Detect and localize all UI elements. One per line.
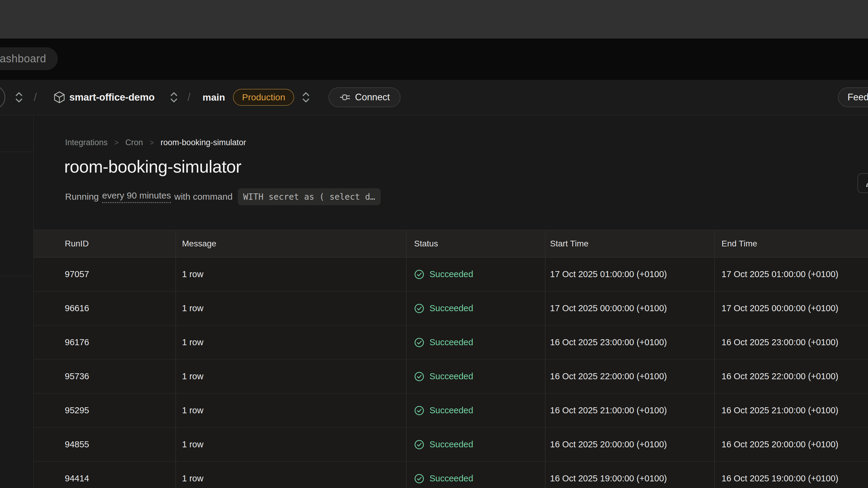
check-circle-icon [414, 474, 424, 484]
chevron-updown-icon[interactable] [169, 91, 179, 104]
avatar[interactable] [0, 85, 5, 109]
cell-message: 1 row [176, 360, 406, 393]
cell-message: 1 row [176, 462, 406, 488]
cell-message: 1 row [176, 258, 406, 291]
check-circle-icon [414, 269, 424, 280]
cell-message: 1 row [176, 292, 406, 325]
path-separator: / [34, 91, 37, 104]
table-row[interactable]: 96616 1 row Succeeded 17 Oct 2025 00:00:… [34, 292, 868, 326]
workspace-selector[interactable]: smart-office-demo [69, 92, 155, 103]
cell-end-time: 16 Oct 2025 19:00:00 (+0100) [714, 462, 868, 488]
cell-run-id: 96176 [34, 326, 176, 359]
cell-end-time: 17 Oct 2025 01:00:00 (+0100) [714, 258, 868, 291]
cell-start-time: 16 Oct 2025 22:00:00 (+0100) [545, 360, 714, 393]
cell-start-time: 16 Oct 2025 23:00:00 (+0100) [545, 326, 714, 359]
table-row[interactable]: 95736 1 row Succeeded 16 Oct 2025 22:00:… [34, 360, 868, 394]
cell-message: 1 row [176, 428, 406, 461]
cell-status: Succeeded [406, 462, 545, 488]
cell-status: Succeeded [406, 326, 545, 359]
column-header-message: Message [176, 230, 406, 257]
status-badge: Succeeded [430, 303, 473, 313]
breadcrumb: Integrations > Cron > room-booking-simul… [65, 138, 246, 147]
left-sidebar [0, 116, 34, 488]
cell-end-time: 16 Oct 2025 23:00:00 (+0100) [714, 326, 868, 359]
cell-end-time: 16 Oct 2025 21:00:00 (+0100) [714, 394, 868, 427]
page-title: room-booking-simulator [64, 157, 241, 176]
check-circle-icon [414, 303, 424, 314]
cell-run-id: 96616 [34, 292, 176, 325]
breadcrumb-separator: > [150, 138, 154, 147]
cell-message: 1 row [176, 394, 406, 427]
table-row[interactable]: 94414 1 row Succeeded 16 Oct 2025 19:00:… [34, 462, 868, 488]
chevron-updown-icon[interactable] [301, 91, 311, 104]
cell-end-time: 17 Oct 2025 00:00:00 (+0100) [714, 292, 868, 325]
check-circle-icon [414, 337, 424, 348]
cell-status: Succeeded [406, 258, 545, 291]
connect-label: Connect [355, 92, 390, 103]
cell-end-time: 16 Oct 2025 20:00:00 (+0100) [714, 428, 868, 461]
cube-icon [53, 90, 66, 104]
command-snippet-chip[interactable]: WITH secret as ( select d… [238, 188, 381, 205]
status-badge: Succeeded [430, 371, 473, 381]
table-header-row: RunID Message Status Start Time End Time [34, 230, 868, 258]
window-titlebar [0, 0, 868, 38]
subtitle-prefix: Running [65, 192, 99, 202]
cell-start-time: 17 Oct 2025 00:00:00 (+0100) [545, 292, 714, 325]
environment-badge[interactable]: Production [233, 89, 294, 106]
cell-status: Succeeded [406, 394, 545, 427]
table-row[interactable]: 94855 1 row Succeeded 16 Oct 2025 20:00:… [34, 428, 868, 462]
browser-tab-dashboard[interactable]: dashboard [0, 47, 58, 70]
column-header-status: Status [406, 230, 545, 257]
cell-start-time: 16 Oct 2025 19:00:00 (+0100) [545, 462, 714, 488]
cell-end-time: 16 Oct 2025 22:00:00 (+0100) [714, 360, 868, 393]
table-row[interactable]: 96176 1 row Succeeded 16 Oct 2025 23:00:… [34, 326, 868, 360]
breadcrumb-current: room-booking-simulator [161, 138, 246, 147]
cell-message: 1 row [176, 326, 406, 359]
column-header-start: Start Time [545, 230, 714, 257]
breadcrumb-separator: > [114, 138, 119, 147]
column-header-runid: RunID [34, 230, 176, 257]
feedback-label: Feedback [847, 92, 868, 103]
runs-table: RunID Message Status Start Time End Time… [34, 230, 868, 488]
check-circle-icon [414, 405, 424, 416]
check-circle-icon [414, 440, 424, 450]
path-separator: / [187, 91, 190, 104]
table-row[interactable]: 95295 1 row Succeeded 16 Oct 2025 21:00:… [34, 394, 868, 428]
cell-run-id: 94414 [34, 462, 176, 488]
chevron-updown-icon[interactable] [14, 91, 24, 104]
cell-start-time: 16 Oct 2025 21:00:00 (+0100) [545, 394, 714, 427]
pencil-icon [865, 178, 868, 188]
schedule-interval[interactable]: every 90 minutes [102, 190, 171, 203]
app-toolbar: / smart-office-demo / main Production Co… [0, 80, 868, 116]
cell-run-id: 97057 [34, 258, 176, 291]
schedule-subtitle: Running every 90 minutes with command WI… [65, 188, 381, 205]
cell-run-id: 95295 [34, 394, 176, 427]
column-header-end: End Time [714, 230, 868, 257]
tab-label: dashboard [0, 53, 46, 65]
connect-button[interactable]: Connect [329, 87, 401, 107]
cell-start-time: 16 Oct 2025 20:00:00 (+0100) [545, 428, 714, 461]
cell-status: Succeeded [406, 360, 545, 393]
run-table-body: 97057 1 row Succeeded 17 Oct 2025 01:00:… [34, 258, 868, 488]
feedback-button[interactable]: Feedback [838, 87, 868, 107]
cell-start-time: 17 Oct 2025 01:00:00 (+0100) [545, 258, 714, 291]
status-badge: Succeeded [430, 337, 473, 347]
status-badge: Succeeded [430, 405, 473, 415]
cell-run-id: 95736 [34, 360, 176, 393]
check-circle-icon [414, 371, 424, 382]
breadcrumb-cron[interactable]: Cron [125, 138, 143, 147]
status-badge: Succeeded [430, 474, 473, 484]
cell-status: Succeeded [406, 292, 545, 325]
status-badge: Succeeded [430, 440, 473, 450]
branch-selector[interactable]: main [203, 92, 225, 103]
subtitle-connector: with command [174, 192, 232, 202]
table-row[interactable]: 97057 1 row Succeeded 17 Oct 2025 01:00:… [34, 258, 868, 292]
browser-tabbar: dashboard [0, 38, 868, 80]
edit-button[interactable] [858, 173, 868, 193]
cell-status: Succeeded [406, 428, 545, 461]
plug-icon [339, 92, 351, 103]
cell-run-id: 94855 [34, 428, 176, 461]
sidebar-divider [0, 275, 33, 276]
status-badge: Succeeded [430, 269, 473, 279]
breadcrumb-integrations[interactable]: Integrations [65, 138, 107, 147]
